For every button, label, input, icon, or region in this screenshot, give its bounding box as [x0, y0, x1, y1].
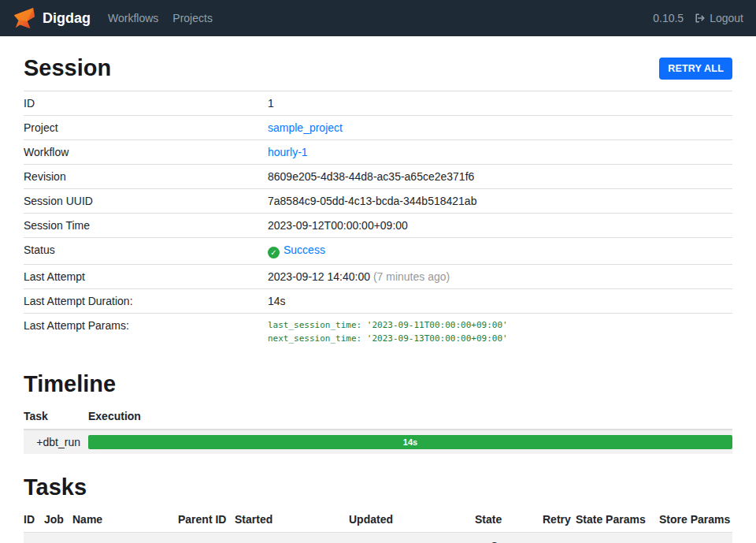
- session-row-revision: Revision 8609e205-4d38-44d8-ac35-a65ce2e…: [24, 165, 732, 189]
- session-field-label: Workflow: [24, 140, 268, 165]
- session-row-session-uuid: Session UUID 7a8584c9-05dd-4c13-bcda-344…: [24, 189, 732, 214]
- session-row-workflow: Workflow hourly-1: [24, 140, 732, 165]
- navbar-right: 0.10.5 Logout: [653, 12, 743, 24]
- session-header: Session RETRY ALL: [24, 55, 732, 81]
- session-field-value: 2023-09-12T00:00:00+09:00: [268, 214, 732, 238]
- timeline-title: Timeline: [24, 371, 732, 397]
- session-field-value: 2023-09-12 14:40:00 (7 minutes ago): [268, 265, 732, 289]
- last-attempt-time: 2023-09-12 14:40:00: [268, 270, 370, 283]
- session-row-session-time: Session Time 2023-09-12T00:00:00+09:00: [24, 214, 732, 238]
- tasks-header-row: ID Job Name Parent ID Started Updated St…: [24, 507, 732, 533]
- retry-all-button[interactable]: RETRY ALL: [659, 58, 732, 80]
- session-details-table: ID 1 Project sample_project Workflow hou…: [24, 91, 732, 351]
- session-field-label: Session Time: [24, 214, 268, 238]
- timeline-table: Task Execution +dbt_run 14s: [24, 404, 732, 454]
- success-check-icon: ✓: [268, 247, 280, 258]
- task-store-params-cell: [659, 533, 732, 543]
- session-row-last-attempt-duration: Last Attempt Duration: 14s: [24, 289, 732, 314]
- tasks-title: Tasks: [24, 474, 732, 500]
- session-row-id: ID 1: [24, 91, 732, 116]
- status-link[interactable]: Success: [284, 244, 325, 256]
- logout-label: Logout: [710, 12, 743, 24]
- code-line: next_session_time: '2023-09-13T00:00:00+…: [268, 333, 726, 346]
- session-field-label: Session UUID: [24, 189, 268, 214]
- task-row: 1 +hourly-1 2023-09-12 14:40:14 ✓Success: [24, 533, 732, 543]
- workflow-link[interactable]: hourly-1: [268, 146, 308, 158]
- tasks-header-state: State: [475, 507, 543, 533]
- last-attempt-ago: (7 minutes ago): [373, 270, 450, 283]
- tasks-header-name: Name: [72, 507, 178, 533]
- last-attempt-params-code: last_session_time: '2023-09-11T00:00:00+…: [268, 319, 726, 345]
- session-row-last-attempt: Last Attempt 2023-09-12 14:40:00 (7 minu…: [24, 265, 732, 289]
- session-field-value: ✓Success: [268, 238, 732, 265]
- timeline-header-row: Task Execution: [24, 404, 732, 430]
- tasks-table: ID Job Name Parent ID Started Updated St…: [24, 507, 732, 543]
- tasks-header-parent-id: Parent ID: [178, 507, 235, 533]
- session-title: Session: [24, 55, 111, 81]
- session-field-value: 8609e205-4d38-44d8-ac35-a65ce2e371f6: [268, 165, 732, 189]
- tasks-header-id: ID: [24, 507, 44, 533]
- session-field-value: hourly-1: [268, 140, 732, 165]
- tasks-header-updated: Updated: [349, 507, 475, 533]
- session-field-value: 7a8584c9-05dd-4c13-bcda-344b518421ab: [268, 189, 732, 214]
- logout-icon: [695, 13, 706, 24]
- task-id-cell: 1: [24, 533, 44, 543]
- task-state-cell: ✓Success: [475, 533, 543, 543]
- session-field-label: ID: [24, 91, 268, 116]
- version-label: 0.10.5: [653, 12, 684, 24]
- timeline-header-task: Task: [24, 404, 88, 430]
- task-job-cell: [44, 533, 72, 543]
- tasks-header-store-params: Store Params: [659, 507, 732, 533]
- task-name-cell: +hourly-1: [72, 533, 178, 543]
- tasks-header-job: Job: [44, 507, 72, 533]
- session-row-last-attempt-params: Last Attempt Params: last_session_time: …: [24, 314, 732, 351]
- task-parent-id-cell: [178, 533, 235, 543]
- digdag-logo-icon: [13, 6, 36, 30]
- session-field-label: Revision: [24, 165, 268, 189]
- task-started-cell: [235, 533, 349, 543]
- task-state-label: Success: [491, 540, 532, 543]
- timeline-execution-cell: 14s: [88, 430, 732, 454]
- tasks-header-started: Started: [235, 507, 349, 533]
- timeline-row: +dbt_run 14s: [24, 430, 732, 454]
- session-field-label: Last Attempt: [24, 265, 268, 289]
- brand-link[interactable]: Digdag: [13, 6, 108, 30]
- session-field-value: 1: [268, 91, 732, 116]
- logout-button[interactable]: Logout: [695, 12, 743, 24]
- session-field-value: sample_project: [268, 116, 732, 140]
- session-field-label: Last Attempt Params:: [24, 314, 268, 351]
- project-link[interactable]: sample_project: [268, 121, 343, 134]
- timeline-task-name: +dbt_run: [24, 430, 88, 454]
- nav-item-projects[interactable]: Projects: [172, 12, 213, 24]
- session-row-project: Project sample_project: [24, 116, 732, 140]
- brand-name: Digdag: [43, 10, 91, 27]
- task-state-params-cell: [576, 533, 659, 543]
- main-content: Session RETRY ALL ID 1 Project sample_pr…: [0, 36, 756, 543]
- task-retry-cell: [543, 533, 576, 543]
- timeline-header-execution: Execution: [88, 404, 732, 430]
- tasks-header-retry: Retry: [543, 507, 576, 533]
- session-row-status: Status ✓Success: [24, 238, 732, 265]
- session-field-label: Status: [24, 238, 268, 265]
- nav-item-workflows[interactable]: Workflows: [108, 12, 158, 24]
- session-field-value: last_session_time: '2023-09-11T00:00:00+…: [268, 314, 732, 351]
- session-field-label: Project: [24, 116, 268, 140]
- session-field-label: Last Attempt Duration:: [24, 289, 268, 314]
- task-updated-cell: 2023-09-12 14:40:14: [349, 533, 475, 543]
- top-navbar: Digdag Workflows Projects 0.10.5 Logout: [0, 0, 756, 36]
- code-line: last_session_time: '2023-09-11T00:00:00+…: [268, 319, 726, 333]
- tasks-header-state-params: State Params: [576, 507, 659, 533]
- session-field-value: 14s: [268, 289, 732, 314]
- timeline-duration-bar: 14s: [88, 435, 732, 449]
